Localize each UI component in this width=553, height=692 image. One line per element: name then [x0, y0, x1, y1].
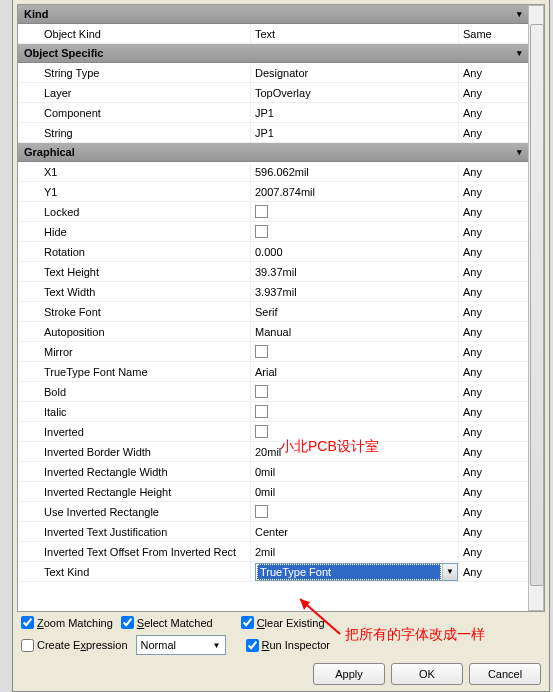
checkbox[interactable] — [255, 425, 268, 438]
text-kind-combobox[interactable]: TrueType Font ▼ — [255, 563, 458, 581]
prop-value[interactable]: JP1 — [250, 103, 458, 122]
prop-value[interactable]: Designator — [250, 63, 458, 82]
prop-scope[interactable]: Any — [458, 123, 518, 142]
checkbox[interactable] — [255, 505, 268, 518]
chevron-down-icon[interactable]: ▼ — [442, 564, 457, 580]
apply-button[interactable]: Apply — [313, 663, 385, 685]
table-row[interactable]: Hide Any — [18, 222, 544, 242]
checkbox[interactable] — [255, 205, 268, 218]
prop-scope[interactable]: Any — [458, 462, 518, 481]
prop-scope[interactable]: Any — [458, 402, 518, 421]
prop-value-combo[interactable]: TrueType Font ▼ — [250, 562, 458, 581]
checkbox[interactable] — [241, 616, 254, 629]
prop-value[interactable] — [250, 342, 458, 361]
prop-value[interactable]: 2007.874mil — [250, 182, 458, 201]
section-kind[interactable]: Kind ▾ — [18, 5, 544, 24]
table-row[interactable]: Bold Any — [18, 382, 544, 402]
prop-value[interactable]: 0.000 — [250, 242, 458, 261]
checkbox[interactable] — [255, 385, 268, 398]
section-graphical[interactable]: Graphical ▾ — [18, 143, 544, 162]
checkbox[interactable] — [21, 616, 34, 629]
table-row[interactable]: Inverted Text Offset From Inverted Rect … — [18, 542, 544, 562]
prop-scope[interactable]: Any — [458, 342, 518, 361]
prop-scope[interactable]: Any — [458, 262, 518, 281]
checkbox[interactable] — [255, 225, 268, 238]
prop-scope[interactable]: Any — [458, 182, 518, 201]
prop-value[interactable] — [250, 402, 458, 421]
prop-value[interactable]: Center — [250, 522, 458, 541]
table-row[interactable]: Text Height 39.37mil Any — [18, 262, 544, 282]
prop-value[interactable] — [250, 222, 458, 241]
prop-scope[interactable]: Any — [458, 83, 518, 102]
prop-scope[interactable]: Any — [458, 542, 518, 561]
expression-mode-select[interactable]: Normal ▼ — [136, 635, 226, 655]
prop-value[interactable]: Manual — [250, 322, 458, 341]
table-row[interactable]: Stroke Font Serif Any — [18, 302, 544, 322]
zoom-matching-checkbox[interactable]: Zoom Matching — [21, 616, 113, 629]
prop-scope[interactable]: Any — [458, 362, 518, 381]
prop-scope[interactable]: Any — [458, 63, 518, 82]
table-row[interactable]: Locked Any — [18, 202, 544, 222]
prop-value[interactable] — [250, 422, 458, 441]
table-row[interactable]: Text Width 3.937mil Any — [18, 282, 544, 302]
prop-value[interactable] — [250, 382, 458, 401]
table-row[interactable]: TrueType Font Name Arial Any — [18, 362, 544, 382]
prop-scope[interactable]: Any — [458, 202, 518, 221]
table-row[interactable]: String Type Designator Any — [18, 63, 544, 83]
prop-value[interactable] — [250, 502, 458, 521]
prop-value[interactable]: JP1 — [250, 123, 458, 142]
prop-value[interactable]: 20mil — [250, 442, 458, 461]
prop-scope[interactable]: Any — [458, 222, 518, 241]
table-row[interactable]: Use Inverted Rectangle Any — [18, 502, 544, 522]
property-grid[interactable]: Kind ▾ Object Kind Text Same Object Spec… — [17, 4, 545, 612]
prop-scope[interactable]: Any — [458, 242, 518, 261]
prop-value[interactable]: Text — [250, 24, 458, 43]
prop-value[interactable]: Arial — [250, 362, 458, 381]
table-row[interactable]: Mirror Any — [18, 342, 544, 362]
table-row[interactable]: Italic Any — [18, 402, 544, 422]
table-row[interactable]: String JP1 Any — [18, 123, 544, 143]
prop-scope[interactable]: Any — [458, 562, 518, 581]
prop-value[interactable]: 2mil — [250, 542, 458, 561]
section-object-specific[interactable]: Object Specific ▾ — [18, 44, 544, 63]
prop-value[interactable]: Serif — [250, 302, 458, 321]
prop-scope[interactable]: Any — [458, 442, 518, 461]
table-row[interactable]: Inverted Rectangle Height 0mil Any — [18, 482, 544, 502]
prop-value[interactable]: TopOverlay — [250, 83, 458, 102]
prop-value[interactable]: 0mil — [250, 482, 458, 501]
table-row[interactable]: Object Kind Text Same — [18, 24, 544, 44]
cancel-button[interactable]: Cancel — [469, 663, 541, 685]
table-row[interactable]: Inverted Any — [18, 422, 544, 442]
prop-value[interactable]: 596.062mil — [250, 162, 458, 181]
table-row[interactable]: Rotation 0.000 Any — [18, 242, 544, 262]
table-row[interactable]: X1 596.062mil Any — [18, 162, 544, 182]
checkbox[interactable] — [255, 345, 268, 358]
table-row[interactable]: Y1 2007.874mil Any — [18, 182, 544, 202]
table-row[interactable]: Inverted Border Width 20mil Any — [18, 442, 544, 462]
prop-value[interactable]: 39.37mil — [250, 262, 458, 281]
prop-scope[interactable]: Any — [458, 382, 518, 401]
checkbox[interactable] — [255, 405, 268, 418]
prop-scope[interactable]: Any — [458, 422, 518, 441]
checkbox[interactable] — [21, 639, 34, 652]
vertical-scrollbar[interactable] — [528, 5, 544, 611]
create-expression-checkbox[interactable]: Create Expression — [21, 639, 128, 652]
prop-scope[interactable]: Any — [458, 522, 518, 541]
prop-scope[interactable]: Any — [458, 103, 518, 122]
prop-scope[interactable]: Any — [458, 302, 518, 321]
prop-scope[interactable]: Any — [458, 482, 518, 501]
prop-scope[interactable]: Any — [458, 162, 518, 181]
table-row[interactable]: Inverted Text Justification Center Any — [18, 522, 544, 542]
prop-value[interactable] — [250, 202, 458, 221]
checkbox[interactable] — [246, 639, 259, 652]
table-row[interactable]: Autoposition Manual Any — [18, 322, 544, 342]
prop-value[interactable]: 0mil — [250, 462, 458, 481]
checkbox[interactable] — [121, 616, 134, 629]
run-inspector-checkbox[interactable]: Run Inspector — [246, 639, 331, 652]
prop-scope[interactable]: Any — [458, 282, 518, 301]
table-row-selected[interactable]: Text Kind TrueType Font ▼ Any — [18, 562, 544, 582]
ok-button[interactable]: OK — [391, 663, 463, 685]
select-matched-checkbox[interactable]: Select Matched — [121, 616, 213, 629]
table-row[interactable]: Inverted Rectangle Width 0mil Any — [18, 462, 544, 482]
table-row[interactable]: Layer TopOverlay Any — [18, 83, 544, 103]
